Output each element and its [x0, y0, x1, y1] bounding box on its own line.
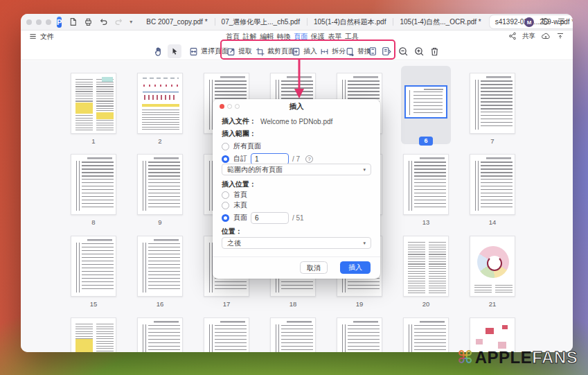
page-preview[interactable]: [270, 317, 316, 352]
ribbon-tab-item[interactable]: 編輯: [260, 32, 274, 42]
page-number-label: 16: [127, 300, 193, 308]
page-preview[interactable]: [470, 73, 515, 134]
avatar[interactable]: M: [524, 17, 534, 27]
zoom-window-button[interactable]: [46, 19, 51, 25]
tab-strip: P ▾ BC 2007_copy.pdf *07_選修化學上..._ch5.pd…: [21, 14, 573, 30]
page-thumbnail[interactable]: 26: [326, 317, 393, 352]
select-pages-icon: [189, 47, 198, 56]
page-thumbnail[interactable]: 13: [393, 154, 459, 226]
page-thumbnail[interactable]: 15: [60, 236, 127, 308]
location-select[interactable]: 之後 ▾: [222, 237, 371, 249]
ribbon-tab-active[interactable]: 頁面: [294, 32, 308, 42]
page-thumbnail[interactable]: 23: [127, 317, 193, 352]
delete-page-icon[interactable]: [429, 42, 440, 60]
bates-number-button[interactable]: [382, 42, 391, 60]
page-preview[interactable]: [137, 317, 183, 352]
拆分-button[interactable]: 拆分: [320, 42, 346, 60]
cursor-tool-button[interactable]: [168, 44, 181, 58]
裁剪頁面-button[interactable]: 裁剪頁面: [256, 42, 295, 60]
menu-icon[interactable]: [557, 16, 566, 28]
sync-icon[interactable]: [541, 16, 550, 28]
minimize-window-button[interactable]: [36, 19, 42, 25]
share-label[interactable]: 共享: [522, 32, 535, 41]
page-preview[interactable]: [71, 236, 116, 297]
ribbon-tab-item[interactable]: 首頁: [226, 32, 240, 42]
cancel-button[interactable]: 取消: [300, 261, 328, 274]
first-page-option[interactable]: 首頁: [222, 190, 371, 200]
share-icon[interactable]: [508, 30, 517, 43]
page-preview[interactable]: [470, 236, 515, 297]
zoom-out-icon[interactable]: [398, 42, 409, 60]
insert-position-label-row: 插入位置：: [222, 180, 371, 189]
custom-range-input[interactable]: [251, 153, 289, 165]
page-number-total: / 51: [292, 214, 304, 222]
ribbon-tab-item[interactable]: 註解: [243, 32, 257, 42]
ribbon-tab-item[interactable]: 保護: [311, 32, 325, 42]
page-preview[interactable]: [137, 73, 183, 134]
page-thumbnail[interactable]: 24: [193, 317, 260, 352]
page-thumbnail[interactable]: 27: [393, 317, 459, 352]
insert-file-label: 插入文件：: [222, 116, 256, 126]
page-preview[interactable]: [470, 154, 515, 215]
document-tab[interactable]: 105(1-4)自然..._OCR.pdf *: [393, 14, 488, 30]
dialog-title: 插入: [213, 99, 380, 113]
ribbon-tab-item[interactable]: 工具: [345, 32, 359, 42]
first-page-label: 首頁: [233, 190, 247, 200]
file-menu-button[interactable]: 文件: [29, 32, 54, 42]
page-preview[interactable]: [71, 73, 116, 134]
cloud-upload-icon[interactable]: [541, 30, 551, 43]
page-number-input[interactable]: [251, 212, 289, 224]
page-number-radio[interactable]: [222, 214, 229, 222]
new-document-icon[interactable]: [69, 17, 78, 26]
hand-tool-button[interactable]: [154, 42, 163, 60]
insert-icon: [292, 47, 301, 56]
page-thumbnail[interactable]: 14: [459, 154, 526, 226]
zoom-in-icon[interactable]: [414, 42, 425, 60]
range-mode-select[interactable]: 範圍內的所有頁面 ▾: [222, 164, 371, 175]
undo-icon[interactable]: [99, 17, 108, 26]
page-preview[interactable]: [71, 317, 116, 352]
tab-list: BC 2007_copy.pdf *07_選修化學上..._ch5.pdf105…: [139, 14, 573, 30]
page-thumbnail-selected[interactable]: 6: [401, 66, 451, 144]
page-preview[interactable]: [337, 317, 382, 352]
tool-label: 裁剪頁面: [267, 46, 295, 56]
document-tab[interactable]: 07_選修化學上..._ch5.pdf: [215, 14, 307, 30]
page-preview[interactable]: [137, 154, 183, 215]
page-thumbnail[interactable]: 16: [127, 236, 193, 308]
page-thumbnail[interactable]: 1: [60, 73, 127, 145]
select-caret-icon: ▾: [363, 241, 366, 246]
print-icon[interactable]: [84, 17, 93, 26]
page-thumbnail[interactable]: 21: [459, 236, 526, 308]
document-tab[interactable]: 105(1-4)自然科題本.pdf: [307, 14, 393, 30]
select-pages-button[interactable]: 選擇頁面: [189, 42, 229, 60]
chevron-down-icon[interactable]: ▾: [130, 19, 132, 25]
page-thumbnail[interactable]: 2: [127, 73, 193, 145]
page-thumbnail[interactable]: 8: [60, 154, 127, 226]
ribbon-tab-item[interactable]: 表單: [328, 32, 341, 42]
提取-button[interactable]: 提取: [226, 42, 252, 60]
replace-icon: [346, 47, 355, 56]
page-number-label: 18: [260, 300, 326, 308]
page-thumbnail[interactable]: 7: [459, 73, 526, 145]
insert-confirm-button[interactable]: 插入: [340, 261, 371, 274]
custom-range-radio[interactable]: [222, 155, 229, 163]
page-preview[interactable]: [403, 317, 449, 352]
page-preview[interactable]: [404, 85, 447, 119]
page-preview[interactable]: [403, 154, 449, 215]
collapse-toolbar-icon[interactable]: [556, 30, 564, 43]
first-page-radio[interactable]: [222, 191, 229, 199]
page-preview[interactable]: [403, 236, 449, 297]
page-thumbnail[interactable]: 20: [393, 236, 459, 308]
page-thumbnail[interactable]: 22: [60, 317, 127, 352]
close-window-button[interactable]: [26, 19, 32, 25]
help-icon[interactable]: ?: [305, 155, 313, 163]
page-preview[interactable]: [137, 236, 183, 297]
page-preview[interactable]: [71, 154, 116, 215]
ribbon-tab-item[interactable]: 轉換: [277, 32, 291, 42]
page-preview[interactable]: [204, 317, 249, 352]
page-thumbnail[interactable]: 25: [260, 317, 326, 352]
document-tab[interactable]: BC 2007_copy.pdf *: [139, 14, 214, 30]
header-footer-button[interactable]: [367, 42, 377, 60]
page-thumbnail[interactable]: 9: [127, 154, 193, 226]
split-icon: [320, 47, 329, 56]
